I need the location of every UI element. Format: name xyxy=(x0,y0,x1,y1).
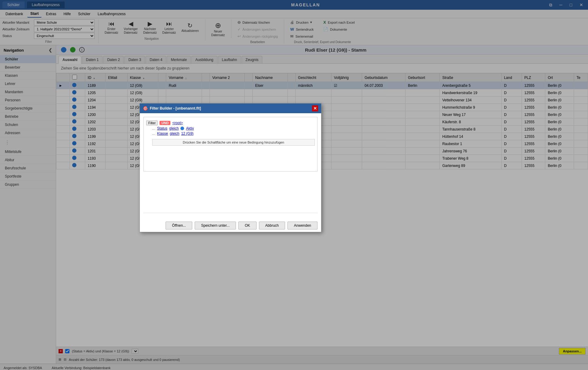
filter-tree: Filter UND <root> ... Status gleich Akti… xyxy=(143,117,318,171)
modal-overlay: 🎯 Filter Builder - [unbenannt.flt] ✕ Fil… xyxy=(0,0,588,370)
condition1-value[interactable]: Aktiv xyxy=(186,126,194,131)
root-label[interactable]: <root> xyxy=(172,121,183,125)
filter-builder-dialog: 🎯 Filter Builder - [unbenannt.flt] ✕ Fil… xyxy=(139,103,321,232)
condition1-dots[interactable]: ... xyxy=(152,126,155,131)
filter-icon: 🎯 xyxy=(143,106,148,111)
modal-body: Filter UND <root> ... Status gleich Akti… xyxy=(140,113,321,219)
add-condition-button[interactable]: Drücken Sie die Schaltfläche um eine neu… xyxy=(152,139,315,146)
condition1-field[interactable]: Status xyxy=(157,126,167,131)
modal-close-button[interactable]: ✕ xyxy=(312,105,318,111)
condition2-field[interactable]: Klasse xyxy=(157,131,168,136)
modal-spacer xyxy=(143,174,318,210)
condition1-op[interactable]: gleich xyxy=(169,126,179,131)
filter-condition-2: ... Klasse gleich 12 (G9) xyxy=(152,131,315,136)
filter-label-btn[interactable]: Filter xyxy=(146,121,158,125)
condition2-value[interactable]: 12 (G9) xyxy=(181,131,193,136)
ok-button[interactable]: OK xyxy=(238,222,256,229)
cancel-button[interactable]: Abbruch xyxy=(259,222,285,229)
and-tag[interactable]: UND xyxy=(160,121,170,125)
save-as-button[interactable]: Speichern unter... xyxy=(195,222,236,229)
condition2-op[interactable]: gleich xyxy=(170,131,179,136)
condition1-dot xyxy=(180,127,184,130)
modal-title: Filter Builder - [unbenannt.flt] xyxy=(150,106,310,110)
modal-separator xyxy=(143,213,318,213)
open-button[interactable]: Öffnen... xyxy=(166,222,192,229)
filter-condition-1: ... Status gleich Aktiv xyxy=(152,126,315,131)
condition2-dots[interactable]: ... xyxy=(152,131,155,136)
modal-footer: Öffnen... Speichern unter... OK Abbruch … xyxy=(140,219,321,232)
modal-titlebar: 🎯 Filter Builder - [unbenannt.flt] ✕ xyxy=(140,104,321,113)
add-condition-row: Drücken Sie die Schaltfläche um eine neu… xyxy=(152,137,315,146)
filter-root-row: Filter UND <root> xyxy=(146,121,315,125)
apply-button[interactable]: Anwenden xyxy=(287,222,318,229)
